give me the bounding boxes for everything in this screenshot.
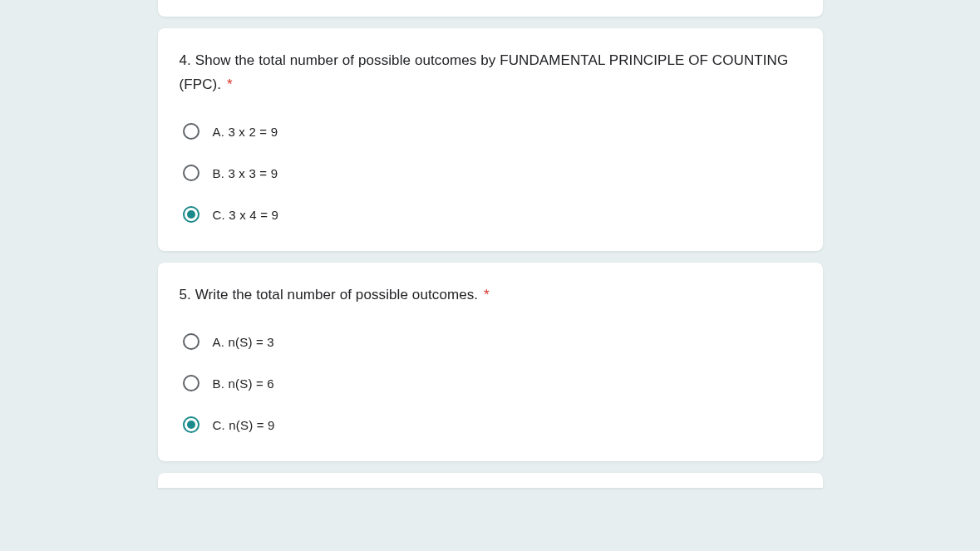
question-card-partial-bottom [158, 473, 823, 488]
question-card-partial-top [158, 0, 823, 17]
option-c[interactable]: C. n(S) = 9 [183, 411, 801, 438]
question-prompt: 5. Write the total number of possible ou… [180, 283, 801, 307]
required-asterisk: * [227, 76, 233, 92]
option-a[interactable]: A. n(S) = 3 [183, 328, 801, 355]
option-a[interactable]: A. 3 x 2 = 9 [183, 118, 801, 145]
radio-icon [183, 123, 199, 140]
required-asterisk: * [484, 287, 490, 303]
option-label: A. 3 x 2 = 9 [213, 125, 278, 139]
options-group: A. n(S) = 3 B. n(S) = 6 C. n(S) = 9 [180, 328, 801, 438]
radio-icon [183, 333, 199, 350]
option-b[interactable]: B. n(S) = 6 [183, 370, 801, 396]
option-b[interactable]: B. 3 x 3 = 9 [183, 160, 801, 186]
question-prompt-text: 5. Write the total number of possible ou… [180, 287, 479, 303]
option-label: C. 3 x 4 = 9 [213, 208, 279, 222]
question-card-4: 4. Show the total number of possible out… [158, 28, 823, 251]
option-label: C. n(S) = 9 [213, 418, 275, 432]
option-label: B. n(S) = 6 [213, 376, 274, 391]
options-group: A. 3 x 2 = 9 B. 3 x 3 = 9 C. 3 x 4 = 9 [180, 118, 801, 228]
question-prompt-text: 4. Show the total number of possible out… [180, 52, 789, 92]
radio-icon [183, 165, 199, 181]
radio-icon [183, 416, 199, 433]
radio-icon [183, 206, 199, 223]
question-prompt: 4. Show the total number of possible out… [180, 48, 801, 96]
form-viewport: 4. Show the total number of possible out… [0, 0, 980, 551]
radio-icon [183, 375, 199, 391]
option-label: B. 3 x 3 = 9 [213, 166, 278, 180]
question-card-5: 5. Write the total number of possible ou… [158, 263, 823, 461]
option-label: A. n(S) = 3 [213, 335, 274, 349]
option-c[interactable]: C. 3 x 4 = 9 [183, 201, 801, 228]
